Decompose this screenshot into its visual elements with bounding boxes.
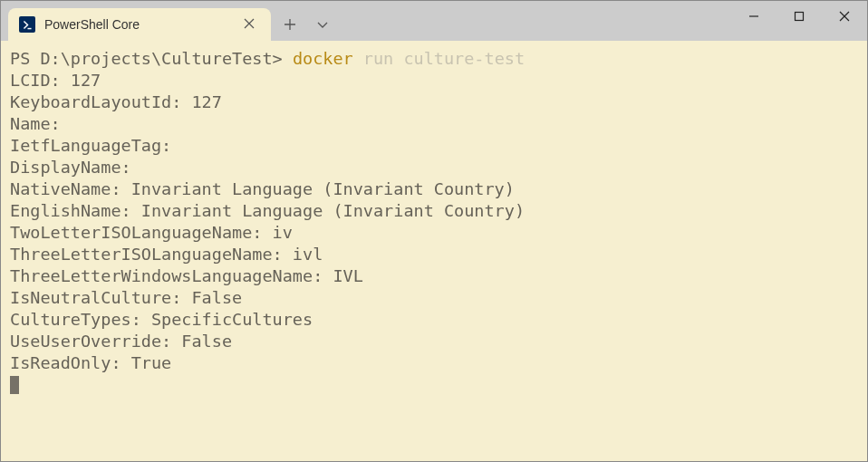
prompt: PS D:\projects\CultureTest> bbox=[10, 49, 293, 68]
minimize-button[interactable] bbox=[731, 1, 776, 32]
maximize-button[interactable] bbox=[776, 1, 822, 32]
tab-dropdown-button[interactable] bbox=[309, 8, 336, 41]
tab-powershell[interactable]: PowerShell Core bbox=[8, 8, 271, 41]
command-exe: docker bbox=[293, 49, 353, 68]
powershell-icon bbox=[19, 16, 35, 33]
tab-close-button[interactable] bbox=[238, 15, 260, 34]
close-button[interactable] bbox=[822, 1, 867, 32]
window-controls bbox=[731, 1, 867, 37]
svg-rect-0 bbox=[796, 13, 804, 21]
command-args: run culture-test bbox=[353, 49, 525, 68]
titlebar: PowerShell Core bbox=[1, 1, 867, 41]
cursor bbox=[10, 376, 19, 394]
tab-title: PowerShell Core bbox=[44, 17, 238, 32]
terminal-output: LCID: 127 KeyboardLayoutId: 127 Name: Ie… bbox=[10, 70, 858, 374]
new-tab-button[interactable] bbox=[271, 8, 309, 41]
terminal-pane[interactable]: PS D:\projects\CultureTest> docker run c… bbox=[1, 41, 867, 461]
